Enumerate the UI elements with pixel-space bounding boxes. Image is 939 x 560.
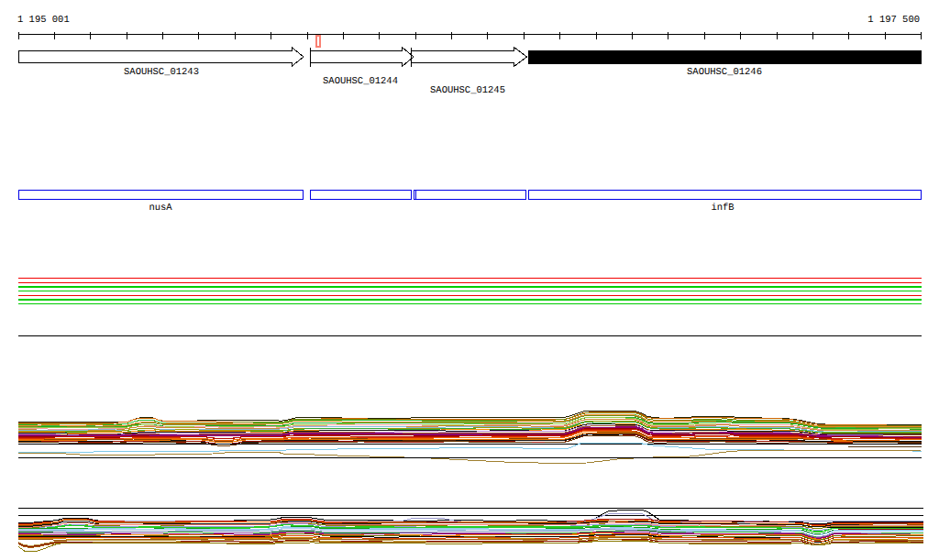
svg-text:SAOUHSC_01243: SAOUHSC_01243 [124,67,199,78]
svg-text:1 195 001: 1 195 001 [17,15,70,26]
svg-text:nusA: nusA [149,203,172,214]
svg-text:SAOUHSC_01245: SAOUHSC_01245 [430,85,505,96]
svg-text:SAOUHSC_01244: SAOUHSC_01244 [323,76,398,87]
svg-text:SAOUHSC_01246: SAOUHSC_01246 [687,67,762,78]
svg-text:1 197 500: 1 197 500 [867,15,920,26]
svg-text:infB: infB [711,203,734,214]
